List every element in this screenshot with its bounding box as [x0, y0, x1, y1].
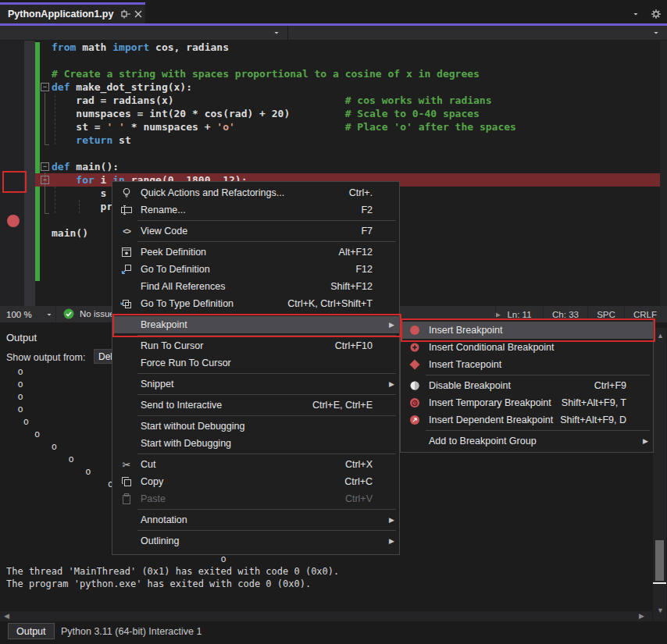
output-horizontal-scrollbar[interactable]: ◀ ▶	[0, 611, 652, 621]
menu-item-label: Breakpoint	[141, 319, 385, 330]
menu-item-breakpoint[interactable]: Breakpoint▶	[112, 316, 399, 333]
menu-item-label: Paste	[141, 493, 345, 504]
submenu-item-insert-breakpoint[interactable]: Insert Breakpoint	[401, 322, 653, 339]
fold-marker[interactable]: −	[41, 176, 49, 184]
breakpoint-submenu: Insert BreakpointInsert Conditional Brea…	[400, 318, 654, 453]
tab-python-interactive[interactable]: Python 3.11 (64-bit) Interactive 1	[61, 626, 202, 637]
submenu-item-disable-breakpoint[interactable]: Disable BreakpointCtrl+F9	[401, 377, 653, 394]
menu-item-shortcut: Ctrl+X	[345, 459, 373, 470]
zoom-level-dropdown[interactable]: 100 %	[0, 306, 56, 322]
submenu-arrow-icon: ▶	[385, 321, 394, 329]
menu-item-shortcut: F12	[355, 264, 373, 275]
menu-item-label: Insert Temporary Breakpoint	[429, 397, 562, 408]
menu-item-snippet[interactable]: Snippet▶	[112, 375, 399, 393]
menu-item-send-to-interactive[interactable]: Send to InteractiveCtrl+E, Ctrl+E	[112, 397, 399, 414]
submenu-item-insert-temporary-breakpoint[interactable]: Insert Temporary BreakpointShift+Alt+F9,…	[401, 394, 653, 411]
menu-item-shortcut: Ctrl+V	[345, 493, 373, 504]
menu-item-annotation[interactable]: Annotation▶	[112, 511, 399, 528]
fold-scope-tick	[45, 144, 49, 145]
menu-item-copy[interactable]: CopyCtrl+C	[112, 473, 399, 490]
fold-marker[interactable]: −	[41, 83, 49, 91]
menu-item-view-code[interactable]: <>View CodeF7	[112, 222, 399, 240]
document-tab-title: PythonApplication1.py	[8, 9, 113, 20]
menu-separator	[137, 454, 396, 454]
submenu-arrow-icon: ▶	[385, 380, 394, 388]
menu-item-label: Quick Actions and Refactorings...	[141, 187, 349, 198]
indent-guide	[55, 95, 55, 144]
menu-item-outlining[interactable]: Outlining▶	[112, 532, 399, 550]
menu-item-label: Insert Conditional Breakpoint	[429, 342, 639, 353]
scroll-right-arrow[interactable]: ▶	[639, 611, 644, 621]
chevron-down-icon	[650, 27, 662, 39]
menu-item-start-without-debugging[interactable]: Start without Debugging	[112, 418, 399, 435]
scrollbar-thumb[interactable]	[655, 540, 664, 581]
context-menu: Quick Actions and Refactorings...Ctrl+.R…	[112, 181, 400, 555]
navigation-dropdown-members[interactable]	[289, 26, 667, 40]
menu-item-shortcut: Shift+Alt+F9, D	[560, 415, 626, 425]
close-icon[interactable]	[132, 8, 144, 20]
gear-icon[interactable]	[650, 8, 662, 20]
code-line: rad = radians(x) # cos works with radian…	[0, 94, 667, 107]
submenu-arrow-icon: ▶	[639, 437, 648, 445]
rename-icon	[112, 204, 141, 216]
code-line	[0, 147, 667, 160]
menu-item-paste[interactable]: PasteCtrl+V	[112, 490, 399, 507]
menu-separator	[137, 373, 396, 374]
chevron-down-icon	[43, 308, 55, 321]
fold-scope-tick	[45, 213, 49, 214]
menu-item-shortcut: Shift+Alt+F9, T	[562, 397, 626, 408]
menu-item-run-to-cursor[interactable]: Run To CursorCtrl+F10	[112, 337, 399, 354]
fold-marker[interactable]: −	[41, 162, 49, 171]
menu-item-label: Send to Interactive	[141, 400, 312, 411]
menu-item-shortcut: F2	[361, 205, 373, 215]
breakpoint-icon	[401, 324, 429, 336]
scroll-up-arrow[interactable]: ▲	[657, 331, 664, 341]
code-line: # Create a string with spaces proportion…	[0, 67, 667, 80]
menu-item-find-all-references[interactable]: Find All ReferencesShift+F12	[112, 278, 399, 295]
menu-separator	[137, 335, 396, 336]
pin-icon[interactable]	[119, 8, 132, 20]
menu-item-quick-actions-and-refactorings[interactable]: Quick Actions and Refactorings...Ctrl+.	[112, 184, 399, 201]
menu-item-go-to-definition[interactable]: Go To DefinitionF12	[112, 261, 399, 278]
navigation-bar	[0, 26, 667, 41]
chevron-down-icon[interactable]	[630, 8, 642, 20]
scroll-left-arrow[interactable]: ◀	[4, 611, 9, 621]
menu-item-shortcut: Ctrl+F9	[594, 380, 626, 391]
fold-scope-line	[45, 93, 45, 144]
menu-item-go-to-type-definition[interactable]: Go To Type DefinitionCtrl+K, Ctrl+Shift+…	[112, 295, 399, 312]
menu-item-start-with-debugging[interactable]: Start with Debugging	[112, 435, 399, 452]
navigation-dropdown-types[interactable]	[0, 26, 288, 40]
scroll-down-arrow[interactable]: ▼	[657, 606, 664, 616]
menu-separator	[137, 394, 396, 395]
editor-vertical-scrollbar[interactable]	[660, 41, 667, 306]
submenu-item-insert-conditional-breakpoint[interactable]: Insert Conditional Breakpoint	[401, 339, 653, 356]
menu-item-cut[interactable]: ✂CutCtrl+X	[112, 456, 399, 473]
output-vertical-scrollbar[interactable]: ▲ ▼	[653, 328, 666, 644]
menu-item-label: Run To Cursor	[141, 340, 335, 351]
menu-item-force-run-to-cursor[interactable]: Force Run To Cursor	[112, 354, 399, 372]
tool-window-tab-bar: Output Python 3.11 (64-bit) Interactive …	[0, 621, 667, 644]
menu-separator	[426, 375, 650, 375]
view-code-icon: <>	[112, 227, 141, 236]
menu-item-shortcut: Ctrl+E, Ctrl+E	[312, 400, 373, 411]
temporary-breakpoint-icon	[401, 397, 429, 409]
tab-output[interactable]: Output	[8, 623, 55, 639]
breakpoint-glyph[interactable]	[7, 215, 20, 227]
show-output-from-label: Show output from:	[6, 352, 85, 363]
submenu-item-add-to-breakpoint-group[interactable]: Add to Breakpoint Group▶	[401, 432, 653, 450]
menu-item-shortcut: F7	[361, 226, 373, 237]
menu-item-label: Peek Definition	[141, 247, 339, 258]
conditional-breakpoint-icon	[401, 341, 429, 354]
menu-separator	[137, 415, 396, 416]
cut-icon: ✂	[112, 459, 141, 471]
menu-item-rename[interactable]: Rename...F2	[112, 201, 399, 219]
menu-item-label: Go To Definition	[141, 264, 355, 275]
menu-item-label: Force Run To Cursor	[141, 358, 385, 368]
menu-item-shortcut: Ctrl+K, Ctrl+Shift+T	[287, 298, 373, 309]
menu-item-label: View Code	[141, 226, 361, 237]
submenu-item-insert-dependent-breakpoint[interactable]: Insert Dependent BreakpointShift+Alt+F9,…	[401, 411, 653, 429]
go-to-definition-icon	[112, 263, 141, 276]
document-tab[interactable]: PythonApplication1.py	[0, 2, 145, 23]
menu-item-peek-definition[interactable]: Peek DefinitionAlt+F12	[112, 244, 399, 261]
submenu-item-insert-tracepoint[interactable]: Insert Tracepoint	[401, 356, 653, 373]
